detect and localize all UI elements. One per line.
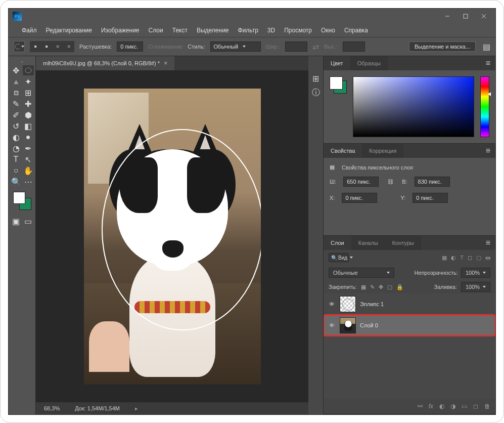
brush-tool-icon[interactable]: ✐ xyxy=(11,110,22,120)
collapsed-icon-1[interactable]: ⊞ xyxy=(311,73,321,83)
layer-row[interactable]: 👁 Эллипс 1 xyxy=(324,293,495,315)
minimize-button[interactable] xyxy=(440,11,455,21)
tab-color[interactable]: Цвет xyxy=(324,56,350,70)
y-input[interactable] xyxy=(413,193,448,203)
maximize-button[interactable] xyxy=(458,11,473,21)
link-wh-icon[interactable]: ⛓ xyxy=(386,177,395,186)
selection-intersect-icon[interactable]: ▫ xyxy=(63,41,74,52)
canvas[interactable] xyxy=(36,70,308,402)
menu-filter[interactable]: Фильтр xyxy=(234,25,262,36)
layer-row[interactable]: 👁 Слой 0 xyxy=(324,315,495,336)
color-picker[interactable] xyxy=(353,76,474,137)
hue-slider[interactable] xyxy=(480,76,489,137)
zoom-value[interactable]: 68,3% xyxy=(44,405,60,411)
heal-tool-icon[interactable]: ✚ xyxy=(23,99,34,109)
filter-shape-icon[interactable]: ◻ xyxy=(468,255,472,261)
menu-select[interactable]: Выделение xyxy=(193,25,233,36)
adj-layer-icon[interactable]: ◑ xyxy=(450,403,455,410)
opacity-input[interactable]: 100% xyxy=(461,268,490,278)
panel-menu-icon[interactable]: ≡ xyxy=(481,59,495,68)
tab-adjustments[interactable]: Коррекция xyxy=(362,144,403,158)
screenmode-icon[interactable]: ▭ xyxy=(23,216,34,226)
lock-all-icon[interactable]: 🔒 xyxy=(396,284,403,290)
layer-thumb[interactable] xyxy=(340,296,356,312)
select-mask-button[interactable]: Выделение и маска... xyxy=(409,41,476,52)
lock-trans-icon[interactable]: ▦ xyxy=(361,284,366,290)
collapsed-icon-2[interactable]: ⓘ xyxy=(311,88,321,98)
style-select[interactable]: Обычный xyxy=(210,41,261,52)
filter-image-icon[interactable]: ▦ xyxy=(442,255,447,261)
optbar-menu-icon[interactable]: ▤ xyxy=(481,42,490,52)
feather-input[interactable] xyxy=(117,41,143,52)
menu-layer[interactable]: Слои xyxy=(145,25,167,36)
blur-tool-icon[interactable]: ● xyxy=(23,132,34,142)
hand-tool-icon[interactable]: ✋ xyxy=(23,165,34,176)
new-layer-icon[interactable]: ◻ xyxy=(473,403,478,410)
dodge-tool-icon[interactable]: ◔ xyxy=(11,143,22,153)
gradient-tool-icon[interactable]: ◐ xyxy=(11,132,22,142)
menu-window[interactable]: Окно xyxy=(317,25,339,36)
delete-layer-icon[interactable]: 🗑 xyxy=(484,403,490,410)
lock-art-icon[interactable]: ▢ xyxy=(387,284,392,290)
tab-swatches[interactable]: Образцы xyxy=(350,56,388,70)
zoom-tool-icon[interactable]: 🔍 xyxy=(11,177,22,187)
extra-tool-icon[interactable]: ⋯ xyxy=(23,177,34,187)
layer-thumb[interactable] xyxy=(340,317,356,333)
wand-tool-icon[interactable]: ✦ xyxy=(23,76,34,87)
tab-properties[interactable]: Свойства xyxy=(324,144,362,158)
visibility-icon[interactable]: 👁 xyxy=(328,321,336,329)
pen-tool-icon[interactable]: ✒ xyxy=(23,143,34,153)
panel-menu-icon[interactable]: ≡ xyxy=(481,238,495,247)
fill-input[interactable]: 100% xyxy=(461,282,490,292)
menu-help[interactable]: Справка xyxy=(340,25,372,36)
active-tool-icon[interactable] xyxy=(14,41,25,52)
eyedropper-tool-icon[interactable]: ✎ xyxy=(11,99,22,109)
stamp-tool-icon[interactable]: ⬢ xyxy=(23,110,34,120)
x-input[interactable] xyxy=(342,193,377,203)
history-brush-tool-icon[interactable]: ↺ xyxy=(11,121,22,131)
lasso-tool-icon[interactable]: ⟁ xyxy=(11,76,22,87)
close-button[interactable] xyxy=(476,11,491,21)
close-tab-icon[interactable]: × xyxy=(164,60,167,67)
tab-layers[interactable]: Слои xyxy=(324,236,351,250)
selection-add-icon[interactable]: ▪ xyxy=(41,41,52,52)
tab-paths[interactable]: Контуры xyxy=(385,236,421,250)
move-tool-icon[interactable]: ✥ xyxy=(11,65,22,75)
quickmask-icon[interactable]: ▣ xyxy=(11,216,22,226)
menu-image[interactable]: Изображение xyxy=(97,25,144,36)
color-swatches[interactable] xyxy=(13,192,31,210)
visibility-icon[interactable]: 👁 xyxy=(328,300,336,308)
crop-tool-icon[interactable]: ⧈ xyxy=(11,88,22,98)
menu-text[interactable]: Текст xyxy=(168,25,192,36)
selection-new-icon[interactable]: ▪ xyxy=(30,41,41,52)
menu-view[interactable]: Просмотр xyxy=(280,25,316,36)
panel-swatches[interactable] xyxy=(330,76,347,94)
layer-name[interactable]: Слой 0 xyxy=(360,322,378,328)
document-tab[interactable]: mlh09iC8x6U.jpg @ 68,3% (Слой 0, RGB/8#)… xyxy=(36,56,174,70)
group-icon[interactable]: ▭ xyxy=(462,403,467,410)
mask-icon[interactable]: ◐ xyxy=(439,403,444,410)
layer-filter-select[interactable]: 🔍Вид xyxy=(329,253,349,262)
shape-tool-icon[interactable]: ○ xyxy=(11,165,22,176)
lock-pixels-icon[interactable]: ✎ xyxy=(370,284,375,290)
marquee-tool-icon[interactable] xyxy=(23,65,34,75)
filter-toggle-icon[interactable]: ▭ xyxy=(485,255,490,261)
type-tool-icon[interactable]: T xyxy=(11,154,22,164)
path-tool-icon[interactable]: ↖ xyxy=(23,154,34,164)
filter-smart-icon[interactable]: ▢ xyxy=(476,255,481,261)
menu-edit[interactable]: Редактирование xyxy=(42,25,96,36)
tab-channels[interactable]: Каналы xyxy=(351,236,385,250)
menu-file[interactable]: Файл xyxy=(18,25,41,36)
eraser-tool-icon[interactable]: ◧ xyxy=(23,121,34,131)
layer-name[interactable]: Эллипс 1 xyxy=(360,301,384,307)
lock-pos-icon[interactable]: ✥ xyxy=(379,284,383,290)
w-input[interactable] xyxy=(343,177,379,187)
menu-3d[interactable]: 3D xyxy=(263,25,279,36)
filter-adjust-icon[interactable]: ◐ xyxy=(451,255,456,261)
link-layers-icon[interactable]: ⚯ xyxy=(418,403,423,410)
filter-type-icon[interactable]: T xyxy=(460,255,464,261)
fx-icon[interactable]: fx xyxy=(429,403,433,410)
h-input[interactable] xyxy=(415,177,450,187)
frame-tool-icon[interactable]: ⊞ xyxy=(23,88,34,98)
panel-menu-icon[interactable]: ≡ xyxy=(481,146,495,155)
